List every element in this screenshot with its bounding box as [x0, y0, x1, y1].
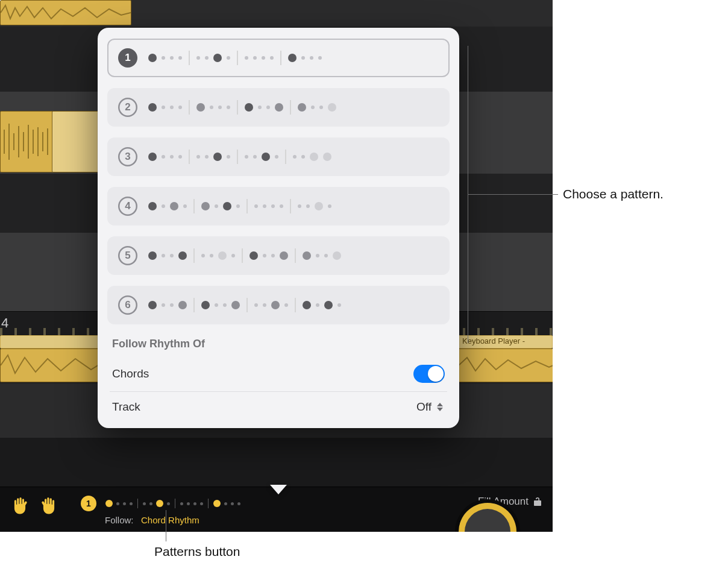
pattern-sequence: [146, 150, 439, 164]
updown-stepper-icon: [435, 400, 445, 414]
follow-indicator: Follow: Chord Rhythm: [105, 515, 242, 525]
callout-leader: [166, 510, 166, 541]
svg-rect-0: [1, 112, 52, 172]
toggle-knob-icon: [428, 366, 444, 382]
region-header-keyboard-player[interactable]: Keyboard Player -: [458, 335, 553, 348]
follow-track-label: Track: [112, 400, 140, 414]
audio-region[interactable]: [0, 111, 53, 172]
pattern-sequence: [146, 51, 439, 65]
pattern-option-5[interactable]: 5: [107, 236, 450, 275]
callout-choose-pattern: Choose a pattern.: [563, 187, 664, 201]
follow-track-select[interactable]: Off: [416, 400, 445, 414]
pattern-number-badge: 6: [118, 295, 137, 315]
pattern-sequence: [146, 298, 439, 312]
pattern-number-badge: 3: [118, 147, 137, 166]
follow-chords-label: Chords: [112, 367, 149, 380]
pattern-number-badge: 2: [118, 98, 137, 117]
follow-chords-row: Chords: [107, 356, 450, 391]
popover-arrow-icon: [270, 485, 287, 494]
pattern-number-badge: 5: [118, 246, 137, 265]
pattern-list: 123456: [107, 39, 450, 324]
pattern-option-4[interactable]: 4: [107, 187, 450, 226]
follow-rhythm-heading: Follow Rhythm Of: [107, 333, 450, 356]
follow-value: Chord Rhythm: [141, 515, 199, 525]
pattern-option-2[interactable]: 2: [107, 88, 450, 127]
region-header-label: Keyboard Player -: [462, 336, 525, 345]
pattern-option-3[interactable]: 3: [107, 137, 450, 176]
follow-chords-toggle[interactable]: [413, 365, 445, 383]
patterns-popover: 123456 Follow Rhythm Of Chords Track Off: [98, 28, 459, 428]
follow-track-row: Track Off: [107, 392, 450, 422]
waveform-icon: [1, 112, 52, 172]
audio-region[interactable]: [458, 348, 553, 382]
pattern-option-6[interactable]: 6: [107, 286, 450, 324]
pattern-option-1[interactable]: 1: [107, 39, 450, 77]
pattern-sequence: [146, 248, 439, 263]
waveform-icon: [1, 1, 131, 25]
waveform-icon: [459, 349, 553, 382]
right-hand-icon[interactable]: [40, 496, 58, 516]
patterns-button[interactable]: 1 Follow: Chord Rhythm: [81, 496, 242, 525]
audio-region[interactable]: [52, 111, 102, 172]
callout-leader: [468, 194, 558, 195]
callout-leader: [468, 194, 468, 343]
follow-label: Follow:: [105, 515, 134, 525]
pattern-number-badge: 1: [81, 496, 96, 511]
follow-track-value: Off: [416, 400, 431, 414]
left-hand-icon[interactable]: [11, 496, 29, 516]
unlock-icon: [533, 497, 542, 506]
pattern-preview: [104, 499, 242, 508]
audio-region[interactable]: [0, 0, 131, 25]
callout-patterns-button: Patterns button: [154, 544, 240, 559]
pattern-number-badge: 4: [118, 197, 137, 216]
pattern-sequence: [146, 199, 439, 213]
callout-leader: [468, 46, 468, 194]
pattern-number-badge: 1: [118, 48, 137, 68]
pattern-sequence: [146, 100, 439, 115]
